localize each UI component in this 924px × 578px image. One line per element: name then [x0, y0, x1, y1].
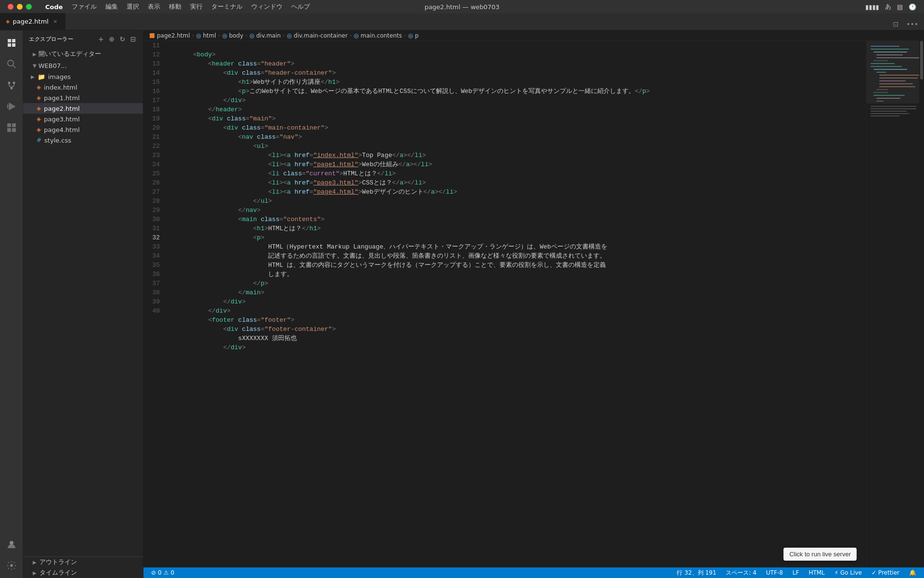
- control-icon: ▤: [897, 3, 903, 11]
- file-page4[interactable]: ◈ page4.html: [23, 124, 143, 135]
- file-style[interactable]: # style.css: [23, 135, 143, 145]
- ln-36: 36: [143, 270, 165, 279]
- activity-git[interactable]: [3, 77, 20, 94]
- code-editor[interactable]: 11 12 13 14 15 16 17 18 19 20 21 22 23 2…: [143, 41, 924, 567]
- breadcrumb-body[interactable]: ◎ body: [222, 32, 243, 39]
- breadcrumb-main[interactable]: ◎ main.contents: [354, 32, 402, 39]
- app-name[interactable]: Code: [41, 2, 67, 12]
- breadcrumb-divmain[interactable]: ◎ div.main: [249, 32, 281, 39]
- refresh-icon[interactable]: ↻: [119, 34, 127, 44]
- menu-file[interactable]: ファイル: [68, 1, 101, 12]
- editor-area: page2.html › ◎ html › ◎ body › ◎ div.mai…: [143, 30, 924, 578]
- status-prettier[interactable]: ✓ Prettier: [870, 567, 901, 578]
- scrollbar-thumb[interactable]: [920, 41, 923, 79]
- svg-rect-36: [871, 108, 916, 109]
- ln-22: 22: [143, 142, 165, 151]
- code-content[interactable]: <body> <header class="header"> <div clas…: [168, 41, 866, 567]
- menu-help[interactable]: ヘルプ: [287, 1, 314, 12]
- ln-13: 13: [143, 59, 165, 68]
- ln-30: 30: [143, 215, 165, 224]
- breadcrumb-sep-2: ›: [218, 32, 220, 39]
- breadcrumb-html[interactable]: ◎ html: [196, 32, 216, 39]
- ln-34: 34: [143, 251, 165, 261]
- go-live-text: ⚡ Go Live: [834, 569, 862, 576]
- svg-rect-7: [7, 123, 11, 127]
- ln-12: 12: [143, 50, 165, 59]
- breadcrumb-sep-6: ›: [404, 32, 406, 39]
- split-editor-icon[interactable]: ⊡: [891, 18, 900, 30]
- folder-icon: 📁: [38, 73, 45, 80]
- status-spaces[interactable]: スペース: 4: [724, 567, 758, 578]
- new-folder-icon[interactable]: ⊕: [108, 34, 116, 44]
- file-page3[interactable]: ◈ page3.html: [23, 114, 143, 124]
- menu-edit[interactable]: 編集: [102, 1, 122, 12]
- more-actions-icon[interactable]: •••: [904, 18, 920, 30]
- outline-chevron: ▶: [33, 560, 37, 565]
- minimap-svg: [867, 41, 919, 378]
- close-button[interactable]: [8, 4, 13, 10]
- project-section[interactable]: ▼ WEB07...: [23, 60, 143, 71]
- breadcrumb-file[interactable]: page2.html: [149, 32, 190, 39]
- tab-page2[interactable]: ◈ page2.html ×: [0, 13, 65, 30]
- html-icon-page3: ◈: [37, 116, 41, 122]
- timeline-section[interactable]: ▶ タイムライン: [23, 567, 143, 578]
- activity-explorer[interactable]: [3, 34, 20, 52]
- file-name-images: images: [48, 73, 71, 80]
- menu-select[interactable]: 選択: [123, 1, 143, 12]
- status-line-col[interactable]: 行 32、列 191: [675, 567, 718, 578]
- breadcrumb-icon-body: ◎: [222, 32, 227, 39]
- activity-accounts[interactable]: [3, 536, 20, 553]
- html-icon-page4: ◈: [37, 126, 41, 133]
- open-editors-section[interactable]: ▶ 開いているエディター: [23, 48, 143, 60]
- timeline-label: タイムライン: [39, 568, 77, 577]
- svg-rect-8: [12, 123, 16, 127]
- folder-chevron: ▶: [31, 74, 35, 79]
- ln-25: 25: [143, 169, 165, 178]
- activity-run[interactable]: [3, 98, 20, 115]
- ln-40: 40: [143, 306, 165, 315]
- outline-section[interactable]: ▶ アウトライン: [23, 557, 143, 567]
- activity-settings[interactable]: [3, 557, 20, 574]
- status-bar-left: ⊘ 0 ⚠ 0: [149, 567, 176, 578]
- breadcrumb-sep-1: ›: [192, 32, 194, 39]
- svg-rect-34: [867, 41, 919, 104]
- status-go-live[interactable]: ⚡ Go Live: [833, 567, 864, 578]
- menu-window[interactable]: ウィンドウ: [247, 1, 286, 12]
- svg-rect-10: [12, 128, 16, 132]
- status-encoding[interactable]: UTF-8: [764, 567, 785, 578]
- breadcrumb: page2.html › ◎ html › ◎ body › ◎ div.mai…: [143, 30, 924, 41]
- menu-view[interactable]: 表示: [144, 1, 164, 12]
- status-notification[interactable]: 🔔: [907, 567, 918, 578]
- sidebar-title: エクスプローラー: [29, 36, 73, 43]
- breadcrumb-icon-divcontainer: ◎: [287, 32, 292, 39]
- traffic-lights: [8, 4, 32, 10]
- activity-extensions[interactable]: [3, 119, 20, 136]
- editor-scrollbar[interactable]: [919, 41, 924, 567]
- status-language[interactable]: HTML: [807, 567, 826, 578]
- new-file-icon[interactable]: +: [97, 34, 105, 44]
- open-editors-chevron: ▶: [33, 52, 37, 57]
- menu-run[interactable]: 実行: [186, 1, 206, 12]
- fullscreen-button[interactable]: [26, 4, 32, 10]
- folder-images[interactable]: ▶ 📁 images: [23, 71, 143, 82]
- svg-point-12: [10, 564, 13, 567]
- tab-label: page2.html: [13, 18, 48, 25]
- minimize-button[interactable]: [17, 4, 23, 10]
- activity-search[interactable]: [3, 55, 20, 73]
- file-page1[interactable]: ◈ page1.html: [23, 92, 143, 103]
- collapse-all-icon[interactable]: ⊟: [129, 34, 137, 44]
- tab-close-button[interactable]: ×: [51, 18, 59, 26]
- file-index[interactable]: ◈ index.html: [23, 82, 143, 92]
- svg-point-11: [10, 541, 13, 545]
- ln-27: 27: [143, 187, 165, 197]
- breadcrumb-divcontainer[interactable]: ◎ div.main-container: [287, 32, 348, 39]
- status-line-ending[interactable]: LF: [791, 567, 801, 578]
- breadcrumb-icon-html: ◎: [196, 32, 201, 39]
- menu-go[interactable]: 移動: [165, 1, 185, 12]
- minimap[interactable]: [866, 41, 919, 567]
- menu-terminal[interactable]: ターミナル: [207, 1, 246, 12]
- breadcrumb-p[interactable]: ◎ p: [408, 32, 419, 39]
- file-page2[interactable]: ◈ page2.html: [23, 103, 143, 114]
- notification-icon: 🔔: [909, 569, 916, 576]
- status-errors[interactable]: ⊘ 0 ⚠ 0: [149, 567, 176, 578]
